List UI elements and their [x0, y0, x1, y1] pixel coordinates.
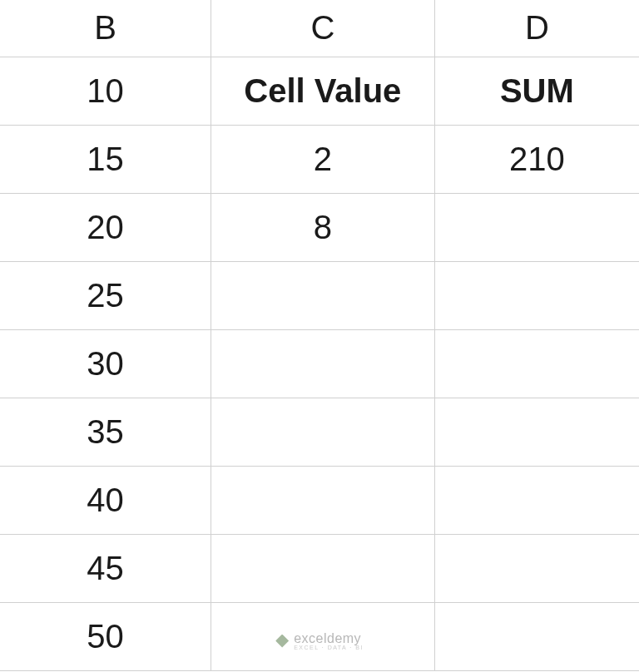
table-row: 30	[0, 329, 639, 398]
cell-d4[interactable]	[434, 261, 639, 329]
column-header-row: B C D	[0, 0, 639, 57]
cell-b1[interactable]: 10	[0, 57, 211, 125]
cell-c7[interactable]	[211, 466, 434, 534]
table-row: 10 Cell Value SUM	[0, 57, 639, 125]
table-row: 15 2 210	[0, 125, 639, 193]
cell-b7[interactable]: 40	[0, 466, 211, 534]
table-row: 20 8	[0, 193, 639, 261]
cell-b9[interactable]: 50	[0, 602, 211, 670]
cell-d1[interactable]: SUM	[434, 57, 639, 125]
table-row: 40	[0, 466, 639, 534]
cell-c8[interactable]	[211, 534, 434, 602]
cell-d3[interactable]	[434, 193, 639, 261]
column-header-d[interactable]: D	[434, 0, 639, 57]
cell-b2[interactable]: 15	[0, 125, 211, 193]
cell-b4[interactable]: 25	[0, 261, 211, 329]
cell-d2[interactable]: 210	[434, 125, 639, 193]
cell-c6[interactable]	[211, 398, 434, 466]
cell-d8[interactable]	[434, 534, 639, 602]
cell-c5[interactable]	[211, 329, 434, 398]
watermark: exceldemy EXCEL · DATA · BI	[275, 631, 364, 650]
cell-c1[interactable]: Cell Value	[211, 57, 434, 125]
cell-d7[interactable]	[434, 466, 639, 534]
cell-d9[interactable]	[434, 602, 639, 670]
watermark-text-wrap: exceldemy EXCEL · DATA · BI	[294, 631, 364, 650]
cell-b6[interactable]: 35	[0, 398, 211, 466]
table-row: 35	[0, 398, 639, 466]
cell-d5[interactable]	[434, 329, 639, 398]
watermark-name: exceldemy	[294, 631, 361, 645]
cell-c4[interactable]	[211, 261, 434, 329]
cell-d6[interactable]	[434, 398, 639, 466]
cell-b3[interactable]: 20	[0, 193, 211, 261]
cell-b8[interactable]: 45	[0, 534, 211, 602]
column-header-b[interactable]: B	[0, 0, 211, 57]
column-header-c[interactable]: C	[211, 0, 434, 57]
cell-b5[interactable]: 30	[0, 329, 211, 398]
cell-c2[interactable]: 2	[211, 125, 434, 193]
logo-icon	[275, 635, 289, 648]
watermark-tagline: EXCEL · DATA · BI	[294, 645, 364, 650]
spreadsheet-grid: B C D 10 Cell Value SUM 15 2 210 20 8 25…	[0, 0, 639, 671]
table-row: 45	[0, 534, 639, 602]
table-row: 25	[0, 261, 639, 329]
cell-c3[interactable]: 8	[211, 193, 434, 261]
